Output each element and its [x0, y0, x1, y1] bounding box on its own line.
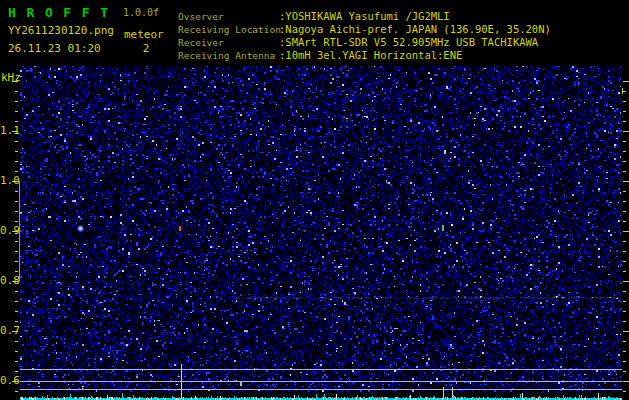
info-row: Receiving Location:Nagoya Aichi-pref. JA…: [178, 21, 551, 34]
y-minor-tick-right: [623, 291, 626, 292]
info-label: Receiving Antenna: [178, 49, 279, 62]
meteor-echo-marker: [181, 364, 182, 399]
y-minor-tick-right: [623, 321, 626, 322]
y-minor-tick-left: [15, 191, 18, 192]
y-minor-tick-right: [623, 221, 626, 222]
y-minor-tick-right: [623, 151, 626, 152]
output-filename: YY2611230120.png: [8, 24, 114, 37]
y-minor-tick-left: [15, 111, 18, 112]
echo-count: 2: [134, 42, 158, 55]
spectrogram-waterfall: [20, 66, 622, 400]
y-minor-tick-right: [623, 341, 626, 342]
x-minute-tick: [622, 88, 623, 94]
y-minor-tick-right: [623, 311, 626, 312]
hrofft-spectrogram-image: H R O F F T 1.0.0f YY2611230120.png mete…: [0, 0, 629, 400]
station-info-block: Ovserver:YOSHIKAWA Yasufumi /JG2MLIRecei…: [178, 8, 551, 60]
y-major-tick-right: [623, 331, 629, 332]
app-title: H R O F F T: [8, 5, 110, 20]
y-major-tick-right: [623, 81, 629, 82]
y-minor-tick-left: [15, 151, 18, 152]
y-minor-tick-right: [623, 91, 626, 92]
y-major-tick-right: [623, 231, 629, 232]
y-minor-tick-left: [15, 101, 18, 102]
info-row: Receiving Antenna:10mH 3el.YAGI Horizont…: [178, 47, 551, 60]
y-minor-tick-right: [623, 241, 626, 242]
y-minor-tick-right: [623, 301, 626, 302]
y-minor-tick-right: [623, 271, 626, 272]
echo-dot-cyan: [451, 224, 453, 226]
y-minor-tick-right: [623, 371, 626, 372]
y-major-tick-left: [12, 381, 18, 382]
y-minor-tick-left: [15, 391, 18, 392]
y-major-tick-left: [12, 231, 18, 232]
y-minor-tick-left: [15, 201, 18, 202]
y-minor-tick-right: [623, 361, 626, 362]
y-minor-tick-right: [623, 171, 626, 172]
y-minor-tick-left: [15, 91, 18, 92]
y-major-tick-right: [623, 181, 629, 182]
y-minor-tick-right: [623, 121, 626, 122]
y-minor-tick-right: [623, 351, 626, 352]
observation-datetime: 26.11.23 01:20: [8, 42, 101, 55]
y-minor-tick-right: [623, 161, 626, 162]
app-version: 1.0.0f: [123, 7, 159, 18]
y-minor-tick-left: [15, 221, 18, 222]
meteor-echo-marker: [443, 387, 444, 399]
y-major-tick-left: [12, 181, 18, 182]
echo-dot-green: [179, 229, 181, 231]
detection-band-marker: [19, 181, 20, 281]
info-value: :10mH 3el.YAGI Horizontal:ENE: [279, 49, 462, 61]
carrier-baseline: [20, 381, 622, 382]
y-minor-tick-right: [623, 191, 626, 192]
info-row: Ovserver:YOSHIKAWA Yasufumi /JG2MLI: [178, 8, 551, 21]
y-minor-tick-left: [15, 321, 18, 322]
y-major-tick-left: [12, 331, 18, 332]
y-minor-tick-left: [15, 141, 18, 142]
echo-dot-blue-blob: [77, 225, 84, 232]
y-minor-tick-left: [15, 161, 18, 162]
mode-label: meteor: [124, 28, 164, 41]
carrier-baseline: [20, 369, 622, 370]
y-major-tick-left: [12, 281, 18, 282]
y-minor-tick-left: [15, 171, 18, 172]
y-minor-tick-left: [15, 291, 18, 292]
y-axis-unit-label: kHz: [1, 71, 21, 84]
carrier-baseline: [20, 389, 622, 390]
y-major-tick-left: [12, 131, 18, 132]
y-minor-tick-left: [15, 261, 18, 262]
y-minor-tick-right: [623, 141, 626, 142]
y-minor-tick-left: [15, 311, 18, 312]
y-minor-tick-right: [623, 111, 626, 112]
y-minor-tick-right: [623, 211, 626, 212]
y-minor-tick-left: [15, 241, 18, 242]
y-minor-tick-right: [623, 261, 626, 262]
y-minor-tick-left: [15, 371, 18, 372]
y-minor-tick-left: [15, 361, 18, 362]
y-minor-tick-left: [15, 341, 18, 342]
echo-dot-green-dash: [442, 225, 444, 231]
y-minor-tick-right: [623, 101, 626, 102]
y-minor-tick-right: [623, 251, 626, 252]
y-major-tick-left: [12, 81, 18, 82]
y-minor-tick-left: [15, 271, 18, 272]
y-minor-tick-left: [15, 351, 18, 352]
y-minor-tick-left: [15, 251, 18, 252]
y-minor-tick-right: [623, 201, 626, 202]
y-major-tick-right: [623, 381, 629, 382]
y-major-tick-right: [623, 131, 629, 132]
y-minor-tick-left: [15, 211, 18, 212]
y-minor-tick-right: [623, 391, 626, 392]
y-minor-tick-left: [15, 301, 18, 302]
y-major-tick-right: [623, 281, 629, 282]
y-minor-tick-left: [15, 121, 18, 122]
info-row: Receiver:SMArt RTL-SDR V5 52.905MHz USB …: [178, 34, 551, 47]
